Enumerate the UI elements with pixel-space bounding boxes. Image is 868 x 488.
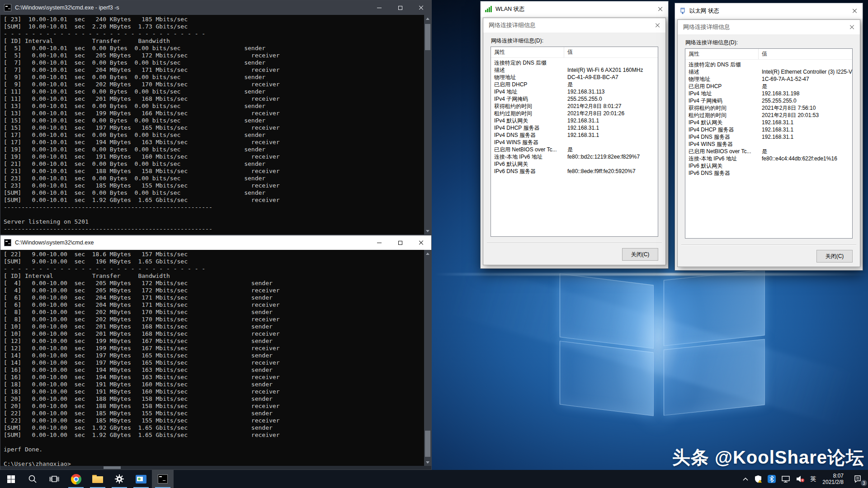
close-button[interactable] — [410, 235, 431, 250]
clock-time: 8:07 — [822, 473, 844, 479]
detail-property: IPv4 子网掩码 — [491, 95, 564, 103]
vertical-scrollbar[interactable] — [424, 15, 431, 235]
detail-value — [759, 162, 762, 169]
divider — [487, 243, 662, 243]
column-header-value[interactable]: 值 — [759, 50, 767, 58]
detail-row[interactable]: 物理地址1C-69-7A-A1-52-47 — [685, 75, 852, 83]
detail-row[interactable]: IPv4 DHCP 服务器192.168.31.1 — [491, 124, 658, 131]
detail-row[interactable]: IPv6 DNS 服务器 — [685, 169, 852, 177]
detail-property: 连接-本地 IPv6 地址 — [491, 153, 564, 160]
column-header-property[interactable]: 属性 — [491, 47, 564, 57]
detail-row[interactable]: 已启用 DHCP是 — [685, 83, 852, 90]
settings-taskbar-button[interactable] — [108, 470, 130, 488]
detail-row[interactable]: IPv4 WINS 服务器 — [491, 139, 658, 146]
detail-row[interactable]: IPv4 默认网关192.168.31.1 — [491, 117, 658, 124]
dialog-titlebar[interactable]: 网络连接详细信息 — [678, 20, 860, 34]
scrollbar-thumb[interactable] — [425, 24, 430, 50]
chrome-taskbar-button[interactable] — [65, 470, 87, 488]
network-connections-icon — [136, 475, 146, 483]
detail-row[interactable]: 租约过期的时间2021年2月8日 20:01:26 — [491, 110, 658, 117]
dialog-titlebar[interactable]: 网络连接详细信息 — [483, 18, 665, 33]
detail-row[interactable]: 描述Intel(R) Wi-Fi 6 AX201 160MHz — [491, 66, 658, 74]
scroll-up-icon[interactable] — [424, 250, 431, 257]
detail-row[interactable]: 连接-本地 IPv6 地址fe80::e4c4:44db:622f:ede1%1… — [685, 155, 852, 162]
detail-row[interactable]: IPv6 默认网关 — [491, 160, 658, 168]
detail-row[interactable]: IPv4 地址192.168.31.113 — [491, 88, 658, 95]
detail-row[interactable]: 连接特定的 DNS 后缀 — [685, 61, 852, 68]
detail-property: IPv4 DHCP 服务器 — [491, 124, 564, 131]
detail-row[interactable]: IPv4 DHCP 服务器192.168.31.1 — [685, 126, 852, 133]
scrollbar-thumb[interactable] — [425, 431, 430, 457]
detail-value: 192.168.31.1 — [564, 131, 599, 139]
tray-volume-button[interactable] — [793, 470, 807, 488]
detail-row[interactable]: 已启用 NetBIOS over Tc...是 — [491, 146, 658, 153]
details-label: 网络连接详细信息(D): — [685, 39, 738, 47]
detail-property: 连接特定的 DNS 后缀 — [491, 59, 564, 66]
tray-defender-button[interactable] — [751, 470, 765, 488]
table-header[interactable]: 属性 值 — [685, 49, 852, 60]
detail-value: Intel(R) Wi-Fi 6 AX201 160MHz — [564, 66, 643, 74]
detail-row[interactable]: 连接-本地 IPv6 地址fe80::bd2c:1219:82ee:f829%7 — [491, 153, 658, 160]
detail-row[interactable]: IPv4 默认网关192.168.31.1 — [685, 119, 852, 126]
tray-clock-button[interactable]: 8:07 2021/2/8 — [819, 470, 847, 488]
detail-row[interactable]: IPv4 子网掩码255.255.255.0 — [685, 97, 852, 104]
horizontal-scrollbar[interactable] — [0, 466, 424, 469]
detail-row[interactable]: IPv4 WINS 服务器 — [685, 141, 852, 148]
command-prompt-taskbar-button[interactable] — [152, 470, 174, 488]
close-icon[interactable] — [657, 6, 663, 12]
detail-row[interactable]: 获得租约的时间2021年2月8日 8:01:27 — [491, 103, 658, 110]
notification-center-button[interactable]: 3 — [847, 470, 868, 488]
detail-row[interactable]: IPv6 默认网关 — [685, 162, 852, 169]
terminal-line — [4, 211, 424, 218]
detail-row[interactable]: IPv4 子网掩码255.255.255.0 — [491, 95, 658, 103]
tray-chevron-button[interactable] — [740, 470, 751, 488]
close-icon[interactable] — [655, 23, 660, 28]
detail-row[interactable]: 描述Intel(R) Ethernet Controller (3) I225-… — [685, 68, 852, 75]
detail-row[interactable]: IPv6 DNS 服务器fe80::8ede:f9ff:fe20:5920%7 — [491, 168, 658, 175]
vertical-scrollbar[interactable] — [424, 250, 431, 466]
close-icon[interactable] — [849, 24, 854, 30]
maximize-button[interactable] — [390, 0, 410, 15]
terminal-line: [ 15] 0.00-10.01 sec 0.00 Bytes 0.00 bit… — [4, 117, 424, 124]
terminal-line: [ 13] 0.00-10.01 sec 199 MBytes 166 Mbit… — [4, 110, 424, 117]
file-explorer-taskbar-button[interactable] — [87, 470, 108, 488]
detail-value: 1C-69-7A-A1-52-47 — [759, 75, 809, 83]
start-button[interactable] — [0, 470, 22, 488]
network-connections-taskbar-button[interactable] — [130, 470, 152, 488]
scrollbar-thumb[interactable] — [104, 466, 121, 469]
titlebar[interactable]: C:\Windows\system32\cmd.exe — [0, 235, 431, 250]
detail-row[interactable]: 连接特定的 DNS 后缀 — [491, 59, 658, 66]
close-dialog-button[interactable]: 关闭(C) — [622, 248, 658, 261]
detail-row[interactable]: 已启用 DHCP是 — [491, 81, 658, 88]
detail-row[interactable]: 获得租约的时间2021年2月8日 7:56:10 — [685, 104, 852, 112]
scroll-down-icon[interactable] — [424, 227, 431, 235]
maximize-button[interactable] — [390, 235, 410, 250]
tray-network-button[interactable] — [778, 470, 793, 488]
detail-row[interactable]: IPv4 DNS 服务器192.168.31.1 — [685, 133, 852, 141]
detail-row[interactable]: 租约过期的时间2021年2月8日 20:01:53 — [685, 112, 852, 119]
column-header-value[interactable]: 值 — [564, 48, 573, 56]
minimize-button[interactable] — [369, 235, 390, 250]
tray-bluetooth-button[interactable] — [765, 470, 778, 488]
detail-row[interactable]: 物理地址DC-41-A9-EB-BC-A7 — [491, 74, 658, 81]
detail-row[interactable]: IPv4 DNS 服务器192.168.31.1 — [491, 131, 658, 139]
scroll-up-icon[interactable] — [424, 15, 431, 22]
titlebar[interactable]: 以太网 状态 — [675, 3, 863, 19]
titlebar[interactable]: C:\Windows\system32\cmd.exe - iperf3 -s — [0, 0, 431, 15]
tray-ime-button[interactable]: 英 — [807, 470, 819, 488]
detail-value: fe80::8ede:f9ff:fe20:5920%7 — [564, 168, 636, 175]
search-button[interactable] — [22, 470, 43, 488]
close-icon[interactable] — [852, 8, 857, 14]
detail-value: 是 — [759, 148, 767, 155]
close-button[interactable] — [410, 0, 431, 15]
detail-row[interactable]: IPv4 地址192.168.31.198 — [685, 90, 852, 97]
detail-value: 255.255.255.0 — [564, 95, 602, 103]
close-dialog-button[interactable]: 关闭(C) — [816, 250, 853, 263]
column-header-property[interactable]: 属性 — [685, 49, 759, 59]
titlebar[interactable]: WLAN 状态 — [481, 1, 668, 17]
scroll-down-icon[interactable] — [424, 459, 431, 466]
task-view-button[interactable] — [43, 470, 65, 488]
detail-row[interactable]: 已启用 NetBIOS over Tc...是 — [685, 148, 852, 155]
table-header[interactable]: 属性 值 — [491, 47, 658, 58]
minimize-button[interactable] — [369, 0, 390, 15]
